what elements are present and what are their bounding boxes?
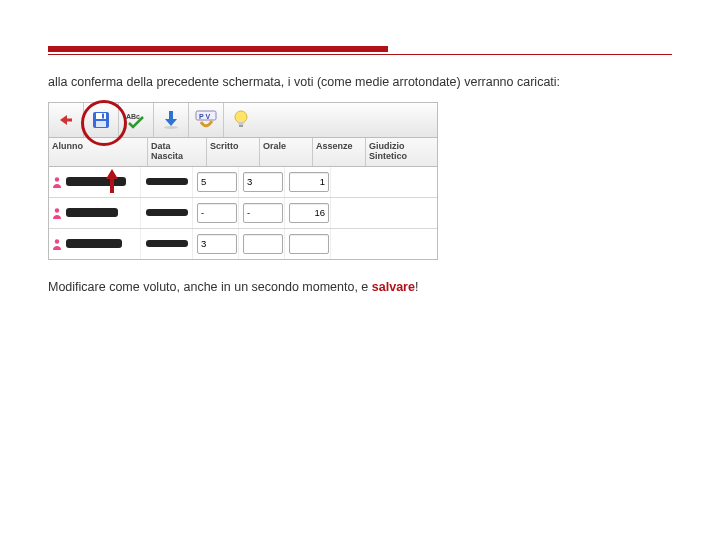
header-scritto: Scritto [207,138,260,166]
header-giudizio: Giudizio Sintetico [366,138,437,166]
header-alunno: Alunno [49,138,148,166]
redacted-name [66,208,118,217]
svg-point-10 [235,111,247,123]
assenze-input[interactable] [289,172,329,192]
svg-rect-6 [169,111,173,120]
outro-post: ! [415,280,418,294]
svg-text:ABc: ABc [126,113,140,120]
header-orale: Orale [260,138,313,166]
abc-spellcheck-icon: ABc [125,111,147,129]
outro-text: Modificare come voluto, anche in un seco… [48,278,672,297]
save-button[interactable] [84,103,119,137]
svg-rect-11 [239,122,244,125]
header-data-nascita: Data Nascita [148,138,207,166]
table-row [49,198,437,229]
scritto-input[interactable] [197,172,237,192]
accent-bar [48,46,388,52]
outro-pre: Modificare come voluto, anche in un seco… [48,280,372,294]
outro-emphasis: salvare [372,280,415,294]
svg-point-7 [164,126,178,129]
orale-input[interactable] [243,234,283,254]
table-body [48,167,438,260]
app-screenshot: ABc P V Alunno Data Nascita Scritto Oral… [48,102,438,260]
person-icon [51,176,63,188]
person-icon [51,238,63,250]
accent-line [48,54,672,55]
assenze-input[interactable] [289,203,329,223]
save-disk-icon [91,110,111,130]
assenze-input[interactable] [289,234,329,254]
table-header: Alunno Data Nascita Scritto Orale Assenz… [48,138,438,167]
svg-text:P V: P V [199,112,210,119]
svg-rect-2 [96,113,106,119]
intro-text: alla conferma della precedente schermata… [48,73,672,92]
redacted-date [146,178,188,185]
lightbulb-icon [233,110,249,130]
import-button[interactable] [154,103,189,137]
spellcheck-button[interactable]: ABc [119,103,154,137]
redacted-date [146,209,188,216]
hint-button[interactable] [224,103,258,137]
header-assenze: Assenze [313,138,366,166]
svg-rect-3 [102,113,104,118]
orale-input[interactable] [243,203,283,223]
svg-rect-4 [96,121,106,127]
download-arrow-icon [162,110,180,130]
svg-point-14 [55,208,59,212]
redacted-name [66,239,122,248]
orale-input[interactable] [243,172,283,192]
table-row [49,229,437,259]
svg-rect-0 [66,118,72,121]
svg-rect-12 [239,125,243,127]
pv-badge-icon: P V [195,110,217,130]
svg-point-13 [55,177,59,181]
scritto-input[interactable] [197,234,237,254]
person-icon [51,207,63,219]
svg-point-15 [55,239,59,243]
redacted-date [146,240,188,247]
scritto-input[interactable] [197,203,237,223]
pointer-arrow-icon [105,169,119,195]
toolbar: ABc P V [48,102,438,138]
back-arrow-icon [57,112,75,128]
back-button[interactable] [49,103,84,137]
pv-button[interactable]: P V [189,103,224,137]
